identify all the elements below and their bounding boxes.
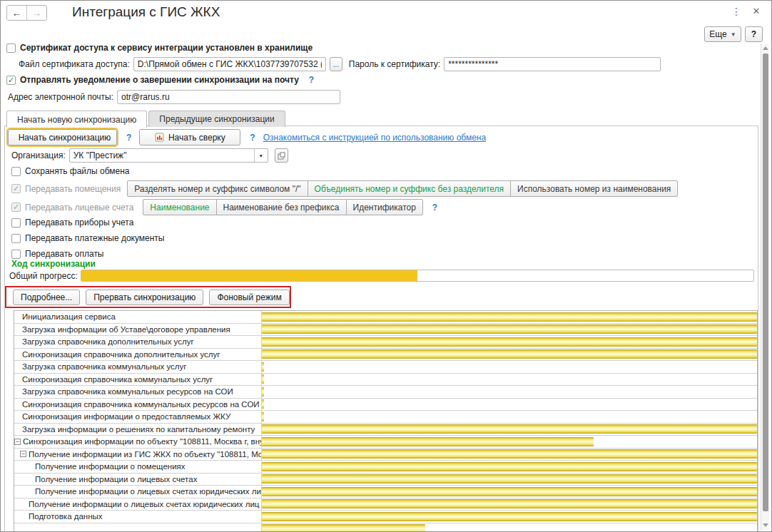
task-label: Загрузка информации об Уставе\договоре у…	[14, 324, 262, 336]
help-question-icon[interactable]: ?	[126, 133, 131, 143]
organization-combobox[interactable]: УК "Престиж" ▼	[69, 148, 268, 163]
collapse-icon[interactable]: −	[20, 451, 26, 457]
table-row[interactable]: Загрузка справочника коммунальных услуг	[14, 361, 757, 374]
help-question-icon[interactable]: ?	[250, 133, 255, 143]
organization-value: УК "Престиж"	[70, 149, 254, 162]
page-title: Интеграция с ГИС ЖКХ	[72, 4, 220, 20]
table-row[interactable]: Получение информации о помещениях	[14, 461, 757, 474]
collapse-icon[interactable]: −	[14, 439, 21, 445]
table-row[interactable]: Синхронизация справочника дополнительных…	[14, 349, 757, 362]
browse-button[interactable]: ...	[330, 57, 342, 71]
table-row[interactable]: Получение информации о лицевых счетах юр…	[14, 498, 757, 511]
details-button[interactable]: Подробнее...	[13, 290, 80, 305]
task-progress-bar	[262, 349, 757, 361]
table-row[interactable]: Синхронизация информации о предоставляем…	[14, 411, 757, 424]
task-label: Подготовка данных	[14, 511, 262, 523]
table-row[interactable]: Загрузка информации о решениях по капита…	[14, 424, 757, 436]
scroll-down-icon[interactable]	[761, 521, 769, 529]
task-progress-bar	[262, 461, 757, 473]
certificate-file-input[interactable]	[133, 57, 326, 71]
table-row[interactable]: Загрузка справочника дополнительных услу…	[14, 336, 757, 349]
table-row[interactable]: Получение информации о лицевых счетах юр…	[14, 486, 757, 498]
overall-progress-bar	[81, 270, 754, 282]
checkbox-save-exchange-files[interactable]: Сохранять файлы обмена	[11, 166, 129, 176]
task-label-text: Получение информации о лицевых счетах юр…	[29, 500, 259, 508]
table-row[interactable]: Загрузка информации об Уставе\договоре у…	[14, 324, 757, 337]
checkbox-transfer-accounts[interactable]: Передавать лицевые счета	[11, 203, 133, 213]
table-row[interactable]: −Синхронизация информации по объекту "10…	[14, 436, 757, 449]
background-mode-button[interactable]: Фоновый режим	[209, 290, 289, 305]
task-progress-fill	[262, 512, 757, 521]
checkbox-notify-email[interactable]: Отправлять уведомление о завершении синх…	[6, 75, 314, 85]
task-progress-bar	[262, 523, 757, 532]
dropdown-arrow-icon[interactable]: ▼	[254, 149, 268, 162]
table-row[interactable]: Синхронизация справочника коммунальных у…	[14, 374, 757, 387]
email-input[interactable]	[117, 90, 340, 104]
scroll-up-icon[interactable]	[761, 44, 769, 52]
checkbox-transfer-rooms[interactable]: Передавать помещения	[11, 184, 121, 194]
accounts-mode-group: НаименованиеНаименование без префиксаИде…	[143, 199, 423, 215]
task-label: −Синхронизация информации по объекту "10…	[14, 436, 262, 448]
mode-split-number-suffix-slash[interactable]: Разделять номер и суффикс символом "/"	[127, 180, 308, 197]
task-progress-fill	[262, 524, 425, 532]
task-progress-bar	[262, 311, 757, 323]
mode-join-number-suffix[interactable]: Объединять номер и суффикс без разделите…	[308, 180, 512, 197]
vertical-scrollbar[interactable]	[761, 44, 769, 531]
task-progress-bar	[262, 449, 757, 461]
start-sync-button[interactable]: Начать синхронизацию	[8, 129, 117, 145]
instruction-link[interactable]: Ознакомиться с инструкцией по использова…	[263, 133, 486, 143]
table-row[interactable]: −Получение информации из ГИС ЖКХ по объе…	[14, 449, 757, 461]
kebab-menu-icon[interactable]: ⋮	[730, 6, 743, 17]
task-progress-fill	[262, 374, 264, 384]
organization-label: Организация:	[11, 150, 66, 160]
tab-start-new-sync[interactable]: Начать новую синхронизацию	[6, 111, 147, 128]
table-row[interactable]: Подготовка данных	[14, 511, 757, 523]
back-button[interactable]: ←	[7, 6, 26, 20]
mode-identifier[interactable]: Идентификатор	[346, 199, 423, 215]
task-label: Синхронизация справочника коммунальных у…	[14, 374, 262, 386]
mode-name-no-prefix[interactable]: Наименование без префикса	[216, 199, 347, 215]
help-button[interactable]: ?	[745, 26, 763, 42]
forward-button[interactable]: →	[26, 6, 46, 20]
start-verify-button[interactable]: Начать сверку	[139, 129, 240, 145]
task-progress-fill	[262, 412, 264, 421]
checkbox-certificate-storage[interactable]: Сертификат доступа к сервису интеграции …	[6, 43, 313, 53]
task-progress-fill	[262, 474, 757, 484]
scrollbar-thumb[interactable]	[763, 53, 768, 511]
more-button[interactable]: Еще ▼	[704, 26, 741, 42]
table-row[interactable]: Загрузка справочника коммунальных ресурс…	[14, 386, 757, 399]
tab-previous-syncs[interactable]: Предыдущие синхронизации	[148, 111, 285, 127]
help-question-icon[interactable]: ?	[309, 75, 314, 85]
task-progress-fill	[262, 337, 757, 347]
checkbox-transfer-payments[interactable]: Передавать оплаты	[11, 249, 104, 259]
task-progress-bar	[262, 486, 757, 498]
help-question-icon[interactable]: ?	[432, 203, 437, 213]
abort-sync-button[interactable]: Прервать синхронизацию	[86, 290, 203, 305]
close-icon[interactable]: ✕	[750, 6, 763, 17]
task-progress-fill	[262, 387, 264, 397]
task-progress-fill	[262, 487, 757, 496]
task-label-text: Инициализация сервиса	[22, 312, 116, 321]
task-label-text: Загрузка информации о решениях по капита…	[22, 425, 255, 434]
checkbox-checked-icon	[11, 203, 21, 212]
open-organization-button[interactable]	[275, 148, 288, 163]
task-label: Получение информации о помещениях	[14, 461, 262, 473]
task-label-text: Получение информации о помещениях	[35, 462, 186, 471]
table-row[interactable]: Инициализация сервиса	[14, 311, 757, 324]
report-icon	[155, 133, 164, 142]
task-progress-fill	[262, 449, 757, 459]
table-row[interactable]: Синхронизация справочника коммунальных р…	[14, 399, 757, 411]
mode-number-from-name[interactable]: Использовать номер из наименования	[510, 180, 678, 197]
table-row[interactable]	[14, 523, 757, 532]
task-progress-bar	[262, 361, 757, 373]
checkbox-transfer-payment-docs[interactable]: Передавать платежные документы	[11, 233, 165, 243]
task-progress-bar	[262, 511, 757, 523]
table-row[interactable]: Получение информации о лицевых счетах	[14, 474, 757, 486]
checkbox-transfer-meters[interactable]: Передавать приборы учета	[11, 218, 133, 227]
task-progress-bar	[262, 324, 757, 336]
certificate-password-input[interactable]	[444, 57, 661, 71]
task-label: Получение информации о лицевых счетах юр…	[14, 498, 262, 511]
task-label-text: Подготовка данных	[29, 512, 103, 521]
highlight-box: Подробнее... Прервать синхронизацию Фоно…	[5, 286, 291, 308]
mode-name[interactable]: Наименование	[143, 199, 216, 215]
